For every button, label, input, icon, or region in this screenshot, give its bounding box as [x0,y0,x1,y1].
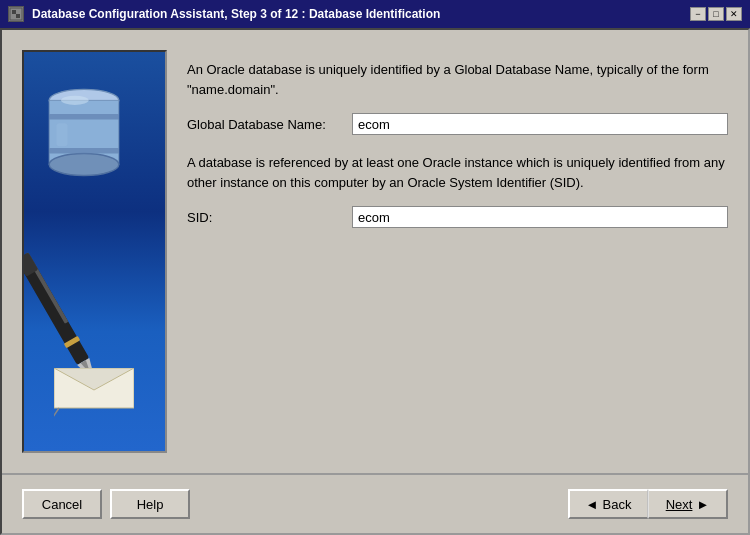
svg-rect-1 [12,10,16,14]
sid-input[interactable] [352,206,728,228]
back-label: Back [602,497,631,512]
bottom-bar: Cancel Help ◄ Back Next ► [2,473,748,533]
paper-illustration [54,368,134,421]
svg-line-18 [54,408,59,418]
next-arrow-icon: ► [696,497,709,512]
svg-rect-8 [49,148,119,154]
window-body: An Oracle database is uniquely identifie… [0,28,750,535]
description-text-1: An Oracle database is uniquely identifie… [187,60,728,99]
maximize-button[interactable]: □ [708,7,724,21]
window-controls: − □ ✕ [690,7,742,21]
cancel-button[interactable]: Cancel [22,489,102,519]
back-button[interactable]: ◄ Back [568,489,648,519]
sid-label: SID: [187,210,342,225]
help-button[interactable]: Help [110,489,190,519]
global-db-name-input[interactable] [352,113,728,135]
illustration-panel [22,50,167,453]
svg-rect-9 [57,123,68,146]
close-button[interactable]: ✕ [726,7,742,21]
app-icon [8,6,24,22]
svg-point-5 [49,154,119,176]
next-button[interactable]: Next ► [648,489,728,519]
global-db-name-row: Global Database Name: [187,113,728,135]
svg-point-6 [61,96,88,105]
next-label-text: Next [666,497,693,512]
sid-row: SID: [187,206,728,228]
back-arrow-icon: ◄ [586,497,599,512]
next-label: Next [666,497,693,512]
svg-rect-2 [16,14,20,18]
right-panel: An Oracle database is uniquely identifie… [187,50,728,453]
window-title: Database Configuration Assistant, Step 3… [32,7,682,21]
content-area: An Oracle database is uniquely identifie… [2,30,748,473]
description-text-2: A database is referenced by at least one… [187,153,728,192]
minimize-button[interactable]: − [690,7,706,21]
title-bar: Database Configuration Assistant, Step 3… [0,0,750,28]
barrel-illustration [39,82,129,195]
svg-rect-7 [49,114,119,120]
nav-buttons: ◄ Back Next ► [568,489,728,519]
global-db-name-label: Global Database Name: [187,117,342,132]
